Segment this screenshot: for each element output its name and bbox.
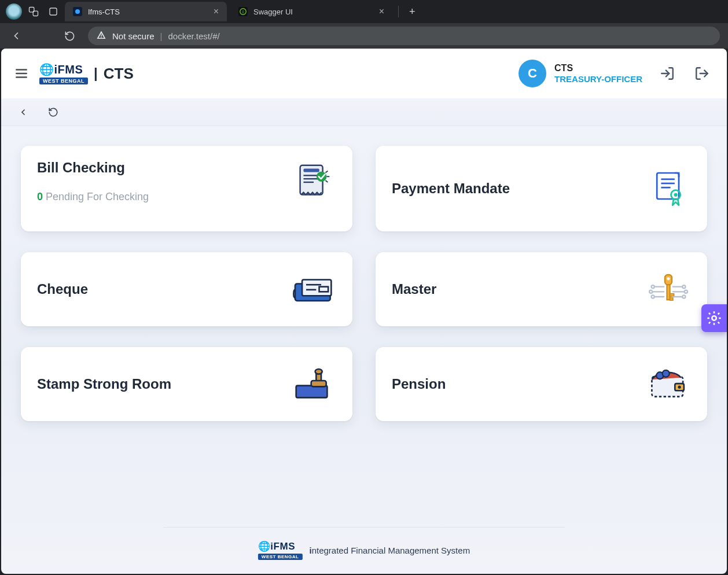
workspaces-icon[interactable] bbox=[25, 3, 42, 20]
svg-rect-2 bbox=[50, 8, 57, 15]
card-pension[interactable]: Pension bbox=[376, 347, 707, 421]
tab-overview-icon[interactable] bbox=[45, 3, 61, 20]
tab-separator bbox=[398, 6, 399, 17]
svg-point-34 bbox=[682, 285, 685, 288]
card-master[interactable]: Master bbox=[376, 252, 707, 326]
svg-point-32 bbox=[649, 290, 652, 293]
card-title: Master bbox=[392, 281, 436, 297]
pending-label: Pending For Checking bbox=[46, 191, 149, 202]
user-block: C CTS TREASURY-OFFICER bbox=[519, 60, 712, 87]
footer-logo: 🌐iFMS WEST BENGAL bbox=[258, 540, 303, 560]
card-title: Stamp Strong Room bbox=[37, 376, 171, 392]
address-bar[interactable]: Not secure | docker.test/#/ bbox=[88, 27, 720, 45]
svg-point-31 bbox=[652, 285, 655, 288]
brand-separator: | bbox=[94, 65, 98, 82]
card-bill-checking[interactable]: Bill Checking 0 Pending For Checking bbox=[21, 146, 352, 231]
profile-avatar-icon[interactable] bbox=[6, 3, 22, 20]
card-subtitle: 0 Pending For Checking bbox=[37, 191, 149, 203]
close-tab-icon[interactable]: × bbox=[379, 7, 384, 16]
svg-line-14 bbox=[325, 180, 328, 182]
not-secure-icon bbox=[96, 30, 106, 42]
user-role: TREASURY-OFFICER bbox=[554, 74, 642, 84]
svg-point-20 bbox=[674, 193, 677, 197]
svg-point-35 bbox=[685, 290, 687, 293]
master-key-icon bbox=[646, 267, 691, 312]
app-header: 🌐iFMS WEST BENGAL | CTS C CTS TREASURY-O… bbox=[1, 49, 727, 98]
app-viewport: 🌐iFMS WEST BENGAL | CTS C CTS TREASURY-O… bbox=[1, 49, 727, 574]
card-title: Pension bbox=[392, 376, 446, 392]
reload-button[interactable] bbox=[61, 28, 78, 44]
browser-toolbar: Not secure | docker.test/#/ bbox=[0, 23, 728, 49]
svg-rect-7 bbox=[303, 169, 319, 172]
user-avatar[interactable]: C bbox=[519, 60, 546, 87]
footer-text: integrated Financial Management System bbox=[309, 545, 470, 555]
settings-fab[interactable] bbox=[701, 304, 727, 332]
brand-region: WEST BENGAL bbox=[39, 78, 88, 84]
tab-title: Ifms-CTS bbox=[88, 8, 120, 16]
svg-point-45 bbox=[663, 370, 670, 377]
brand-logo: 🌐iFMS WEST BENGAL bbox=[39, 62, 88, 84]
svg-point-36 bbox=[682, 295, 685, 298]
svg-point-3 bbox=[75, 9, 80, 14]
back-icon[interactable] bbox=[16, 105, 30, 119]
card-title: Bill Checking bbox=[37, 160, 149, 176]
svg-rect-39 bbox=[311, 381, 326, 386]
refresh-icon[interactable] bbox=[46, 105, 60, 119]
dashboard-cards: Bill Checking 0 Pending For Checking bbox=[1, 126, 727, 441]
close-tab-icon[interactable]: × bbox=[214, 7, 219, 16]
svg-point-40 bbox=[315, 369, 322, 374]
sub-toolbar bbox=[1, 98, 727, 126]
svg-rect-30 bbox=[670, 298, 673, 300]
login-icon[interactable] bbox=[657, 64, 677, 83]
address-separator: | bbox=[160, 31, 163, 41]
url-text: docker.test/#/ bbox=[168, 31, 219, 41]
pending-count: 0 bbox=[37, 191, 43, 202]
card-title: Cheque bbox=[37, 281, 88, 297]
svg-rect-29 bbox=[670, 294, 674, 296]
svg-point-33 bbox=[652, 295, 655, 298]
card-stamp-strong-room[interactable]: Stamp Strong Room bbox=[21, 347, 352, 421]
new-tab-button[interactable]: + bbox=[405, 6, 420, 18]
cheque-book-icon bbox=[291, 267, 336, 312]
menu-button[interactable] bbox=[12, 64, 31, 83]
certificate-icon bbox=[646, 166, 691, 211]
security-label: Not secure bbox=[112, 31, 155, 41]
user-name: CTS bbox=[554, 62, 642, 73]
forward-button bbox=[35, 28, 51, 44]
svg-point-27 bbox=[667, 277, 670, 280]
card-cheque[interactable]: Cheque bbox=[21, 252, 352, 326]
svg-line-13 bbox=[325, 171, 328, 173]
wallet-icon bbox=[646, 362, 691, 407]
svg-point-43 bbox=[678, 386, 681, 389]
favicon-swagger-icon: {} bbox=[238, 7, 248, 16]
receipt-check-icon bbox=[291, 160, 336, 205]
tab-swagger[interactable]: {} Swagger UI × bbox=[230, 2, 392, 21]
card-payment-mandate[interactable]: Payment Mandate bbox=[376, 146, 707, 231]
back-button[interactable] bbox=[8, 28, 24, 44]
stamp-icon bbox=[291, 362, 336, 407]
brand-block: 🌐iFMS WEST BENGAL | CTS bbox=[39, 62, 134, 84]
footer: 🌐iFMS WEST BENGAL integrated Financial M… bbox=[258, 540, 470, 560]
svg-text:{}: {} bbox=[242, 10, 244, 13]
svg-point-46 bbox=[712, 316, 716, 320]
browser-tab-strip: Ifms-CTS × {} Swagger UI × + bbox=[0, 0, 728, 23]
favicon-ifms-icon bbox=[73, 7, 82, 16]
tab-title: Swagger UI bbox=[253, 8, 293, 16]
card-title: Payment Mandate bbox=[392, 180, 510, 197]
footer-divider bbox=[163, 527, 565, 528]
tab-ifms-cts[interactable]: Ifms-CTS × bbox=[65, 2, 227, 21]
svg-rect-37 bbox=[296, 386, 328, 398]
brand-primary: iFMS bbox=[54, 63, 83, 76]
logout-icon[interactable] bbox=[692, 64, 712, 83]
brand-app: CTS bbox=[104, 65, 134, 83]
svg-rect-22 bbox=[302, 280, 331, 296]
